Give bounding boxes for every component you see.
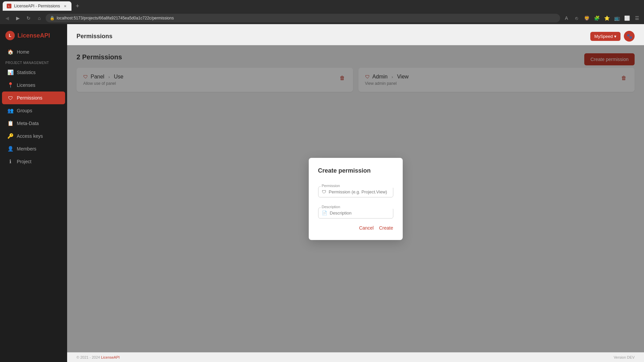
logo-text: LicenseAPI (17, 32, 50, 39)
cast-icon[interactable]: 📺 (612, 14, 621, 22)
sidebar-item-label-project: Project (17, 159, 32, 164)
lock-icon: 🔒 (50, 16, 55, 20)
sidebar-item-label-members: Members (17, 146, 36, 152)
meta-data-icon: 📋 (7, 120, 13, 126)
tab-bar: L LicenseAPI - Permissions ✕ + (0, 0, 644, 12)
new-tab-button[interactable]: + (73, 1, 82, 11)
description-input-icon: 📄 (322, 210, 327, 216)
url-text: localhost:5173/projects/66a8fa921745ea5d… (57, 16, 174, 20)
main-content: Permissions MySpeed ▾ 🐾 2 Permissions Cr… (67, 24, 644, 362)
permission-field-label: Permission (321, 184, 393, 188)
sidebar-item-groups[interactable]: 👥 Groups (2, 104, 65, 117)
app: L LicenseAPI 🏠 Home Project management 📊… (0, 24, 644, 362)
sidebar-item-label-permissions: Permissions (17, 95, 42, 101)
project-icon: ℹ (7, 159, 13, 165)
extensions-icon[interactable]: 🧩 (592, 14, 601, 22)
modal-actions: Cancel Create (318, 225, 393, 231)
sidebar: L LicenseAPI 🏠 Home Project management 📊… (0, 24, 67, 362)
sidebar-item-label-groups: Groups (17, 108, 32, 113)
address-bar[interactable]: 🔒 localhost:5173/projects/66a8fa921745ea… (46, 14, 560, 22)
sidebar-item-meta-data[interactable]: 📋 Meta-Data (2, 117, 65, 130)
sidebar-item-licenses[interactable]: 📍 Licenses (2, 79, 65, 92)
sidebar-logo: L LicenseAPI (0, 28, 67, 46)
description-input[interactable] (330, 210, 390, 216)
permission-input-icon: 🛡 (322, 189, 326, 194)
modal-title: Create permission (318, 167, 393, 174)
access-keys-icon: 🔑 (7, 133, 13, 139)
menu-button[interactable]: ☰ (633, 14, 641, 22)
translate-icon[interactable]: A (562, 14, 571, 22)
main-header: Permissions MySpeed ▾ 🐾 (67, 24, 644, 45)
user-menu-label: MySpeed (594, 34, 613, 39)
statistics-icon: 📊 (7, 69, 13, 75)
avatar[interactable]: 🐾 (624, 31, 635, 42)
split-view-icon[interactable]: ⬜ (623, 14, 631, 22)
description-input-wrapper: 📄 (318, 207, 393, 219)
licenses-icon: 📍 (7, 82, 13, 88)
brave-icon[interactable]: 🦁 (582, 14, 591, 22)
members-icon: 👤 (7, 146, 13, 152)
content-area: 2 Permissions Create permission 🛡 Panel … (67, 45, 644, 352)
sidebar-item-label-licenses: Licenses (17, 82, 35, 88)
footer-copyright: © 2021 - 2024 LicenseAPI (77, 355, 120, 359)
sidebar-item-label-access-keys: Access keys (17, 133, 43, 139)
permission-input-wrapper: 🛡 (318, 186, 393, 197)
home-button[interactable]: ⌂ (35, 14, 44, 22)
footer-version: Version DEV (614, 355, 635, 359)
toolbar-actions: A ⎋ 🦁 🧩 ⭐ 📺 ⬜ ☰ (562, 14, 641, 22)
permission-input[interactable] (329, 189, 390, 194)
sidebar-item-members[interactable]: 👤 Members (2, 142, 65, 155)
description-field-label: Description (321, 205, 393, 209)
cancel-button[interactable]: Cancel (359, 225, 374, 231)
home-icon: 🏠 (7, 49, 13, 55)
sidebar-item-label-meta-data: Meta-Data (17, 121, 39, 126)
sidebar-item-permissions[interactable]: 🛡 Permissions (2, 92, 65, 104)
create-button[interactable]: Create (379, 225, 393, 231)
footer-link[interactable]: LicenseAPI (101, 355, 120, 359)
browser-toolbar: ◀ ▶ ↻ ⌂ 🔒 localhost:5173/projects/66a8fa… (0, 12, 644, 24)
bookmark-icon[interactable]: ⭐ (602, 14, 611, 22)
groups-icon: 👥 (7, 108, 13, 114)
permission-form-group: Permission 🛡 (318, 181, 393, 197)
reload-button[interactable]: ↻ (24, 14, 33, 22)
create-permission-modal: Create permission Permission 🛡 Descripti… (309, 158, 403, 240)
user-menu-button[interactable]: MySpeed ▾ (590, 32, 621, 41)
forward-button[interactable]: ▶ (13, 14, 22, 22)
sidebar-item-label-statistics: Statistics (17, 70, 36, 75)
sidebar-item-access-keys[interactable]: 🔑 Access keys (2, 130, 65, 142)
chevron-down-icon: ▾ (614, 34, 616, 39)
permissions-icon: 🛡 (7, 95, 13, 101)
sidebar-item-label-home: Home (17, 49, 29, 55)
sidebar-item-statistics[interactable]: 📊 Statistics (2, 66, 65, 79)
logo-icon: L (5, 31, 15, 40)
modal-overlay[interactable]: Create permission Permission 🛡 Descripti… (67, 45, 644, 352)
sidebar-item-project[interactable]: ℹ Project (2, 155, 65, 168)
description-form-group: Description 📄 (318, 202, 393, 219)
active-tab[interactable]: L LicenseAPI - Permissions ✕ (3, 1, 71, 11)
browser-chrome: L LicenseAPI - Permissions ✕ + ◀ ▶ ↻ ⌂ 🔒… (0, 0, 644, 24)
tab-favicon: L (7, 4, 11, 8)
back-button[interactable]: ◀ (3, 14, 11, 22)
sidebar-section-label: Project management (0, 58, 67, 66)
tab-close-button[interactable]: ✕ (63, 4, 67, 8)
sidebar-item-home[interactable]: 🏠 Home (2, 46, 65, 58)
footer: © 2021 - 2024 LicenseAPI Version DEV (67, 352, 644, 362)
tab-title: LicenseAPI - Permissions (14, 4, 60, 8)
share-icon[interactable]: ⎋ (572, 14, 581, 22)
page-title: Permissions (77, 33, 112, 40)
